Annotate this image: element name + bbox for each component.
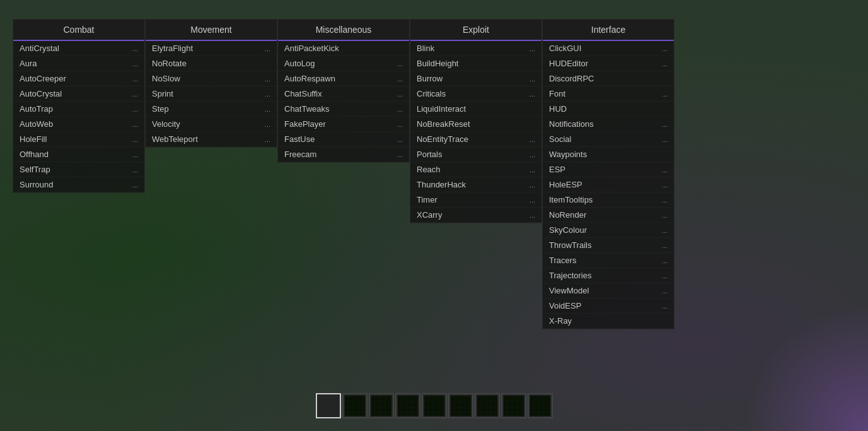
module-dots-button[interactable]: ...: [662, 211, 668, 219]
module-row-antipacketkick[interactable]: AntiPacketKick: [278, 41, 409, 56]
category-header-miscellaneous[interactable]: Miscellaneous: [278, 20, 409, 41]
module-dots-button[interactable]: ...: [529, 211, 535, 219]
module-dots-button[interactable]: ...: [265, 121, 270, 128]
hotbar-slot-1[interactable]: [342, 393, 367, 418]
module-row-autocreeper[interactable]: AutoCreeper...: [13, 71, 144, 86]
module-dots-button[interactable]: ...: [662, 181, 668, 189]
module-dots-button[interactable]: ...: [132, 181, 138, 189]
module-dots-button[interactable]: ...: [132, 90, 138, 98]
module-row-voidesp[interactable]: VoidESP...: [543, 298, 674, 314]
module-dots-button[interactable]: ...: [265, 105, 270, 113]
module-row-elytraflight[interactable]: ElytraFlight...: [146, 41, 277, 56]
module-row-freecam[interactable]: Freecam...: [278, 147, 409, 162]
module-row-waypoints[interactable]: Waypoints: [543, 147, 674, 162]
module-row-offhand[interactable]: Offhand...: [13, 147, 144, 162]
module-row-surround[interactable]: Surround...: [13, 177, 144, 192]
module-row-reach[interactable]: Reach...: [410, 162, 541, 177]
module-row-throwtrails[interactable]: ThrowTrails...: [543, 238, 674, 253]
module-row-webteleport[interactable]: WebTeleport...: [146, 132, 277, 147]
module-row-itemtooltips[interactable]: ItemTooltips...: [543, 192, 674, 208]
module-dots-button[interactable]: ...: [529, 90, 535, 98]
module-dots-button[interactable]: ...: [662, 166, 668, 174]
module-row-chatsuffix[interactable]: ChatSuffix...: [278, 86, 409, 102]
module-row-viewmodel[interactable]: ViewModel...: [543, 283, 674, 298]
module-dots-button[interactable]: ...: [529, 45, 535, 52]
module-dots-button[interactable]: ...: [132, 60, 138, 68]
module-row-hud[interactable]: HUD: [543, 102, 674, 117]
module-row-hudeditor[interactable]: HUDEditor...: [543, 56, 674, 71]
module-row-chattweaks[interactable]: ChatTweaks...: [278, 102, 409, 117]
module-row-autorespawn[interactable]: AutoRespawn...: [278, 71, 409, 86]
module-dots-button[interactable]: ...: [132, 105, 138, 113]
module-dots-button[interactable]: ...: [662, 242, 668, 249]
module-dots-button[interactable]: ...: [662, 60, 668, 68]
module-dots-button[interactable]: ...: [529, 136, 535, 143]
module-dots-button[interactable]: ...: [397, 75, 403, 83]
module-row-notifications[interactable]: Notifications...: [543, 117, 674, 132]
module-row-liquidinteract[interactable]: LiquidInteract: [410, 102, 541, 117]
module-dots-button[interactable]: ...: [397, 105, 403, 113]
module-row-buildheight[interactable]: BuildHeight: [410, 56, 541, 71]
hotbar-slot-3[interactable]: [395, 393, 420, 418]
module-row-holeesp[interactable]: HoleESP...: [543, 177, 674, 192]
module-row-noslow[interactable]: NoSlow...: [146, 71, 277, 86]
module-dots-button[interactable]: ...: [265, 75, 270, 83]
module-row-font[interactable]: Font...: [543, 86, 674, 102]
module-row-anticrystal[interactable]: AntiCrystal...: [13, 41, 144, 56]
category-header-combat[interactable]: Combat: [13, 20, 144, 41]
module-dots-button[interactable]: ...: [662, 90, 668, 98]
module-dots-button[interactable]: ...: [662, 287, 668, 295]
hotbar-slot-6[interactable]: [475, 393, 500, 418]
module-dots-button[interactable]: ...: [529, 166, 535, 174]
module-dots-button[interactable]: ...: [662, 196, 668, 204]
module-row-esp[interactable]: ESP...: [543, 162, 674, 177]
module-row-fakeplayer[interactable]: FakePlayer...: [278, 117, 409, 132]
module-row-aura[interactable]: Aura...: [13, 56, 144, 71]
module-dots-button[interactable]: ...: [529, 151, 535, 158]
module-row-discordrpc[interactable]: DiscordRPC: [543, 71, 674, 86]
module-dots-button[interactable]: ...: [662, 121, 668, 128]
module-row-x-ray[interactable]: X-Ray: [543, 314, 674, 329]
module-dots-button[interactable]: ...: [265, 90, 270, 98]
module-row-holefill[interactable]: HoleFill...: [13, 132, 144, 147]
module-dots-button[interactable]: ...: [132, 166, 138, 174]
module-row-norotate[interactable]: NoRotate: [146, 56, 277, 71]
hotbar-slot-4[interactable]: [422, 393, 447, 418]
module-dots-button[interactable]: ...: [132, 151, 138, 158]
hotbar-slot-5[interactable]: [448, 393, 473, 418]
module-row-social[interactable]: Social...: [543, 132, 674, 147]
module-row-skycolour[interactable]: SkyColour...: [543, 223, 674, 238]
module-dots-button[interactable]: ...: [397, 136, 403, 143]
module-dots-button[interactable]: ...: [529, 196, 535, 204]
module-dots-button[interactable]: ...: [662, 227, 668, 234]
module-dots-button[interactable]: ...: [132, 75, 138, 83]
category-header-interface[interactable]: Interface: [543, 20, 674, 41]
module-row-portals[interactable]: Portals...: [410, 147, 541, 162]
category-header-movement[interactable]: Movement: [146, 20, 277, 41]
module-dots-button[interactable]: ...: [662, 302, 668, 310]
module-row-tracers[interactable]: Tracers...: [543, 253, 674, 268]
module-row-fastuse[interactable]: FastUse...: [278, 132, 409, 147]
module-row-noentitytrace[interactable]: NoEntityTrace...: [410, 132, 541, 147]
category-header-exploit[interactable]: Exploit: [410, 20, 541, 41]
module-row-velocity[interactable]: Velocity...: [146, 117, 277, 132]
module-row-norender[interactable]: NoRender...: [543, 208, 674, 223]
module-dots-button[interactable]: ...: [397, 90, 403, 98]
module-row-autocrystal[interactable]: AutoCrystal...: [13, 86, 144, 102]
module-row-thunderhack[interactable]: ThunderHack...: [410, 177, 541, 192]
module-dots-button[interactable]: ...: [662, 257, 668, 264]
hotbar-slot-8[interactable]: [528, 393, 553, 418]
module-row-burrow[interactable]: Burrow...: [410, 71, 541, 86]
module-row-xcarry[interactable]: XCarry...: [410, 208, 541, 223]
module-dots-button[interactable]: ...: [132, 121, 138, 128]
module-dots-button[interactable]: ...: [397, 151, 403, 158]
module-dots-button[interactable]: ...: [529, 181, 535, 189]
module-row-step[interactable]: Step...: [146, 102, 277, 117]
module-row-blink[interactable]: Blink...: [410, 41, 541, 56]
hotbar-slot-2[interactable]: [369, 393, 394, 418]
module-row-criticals[interactable]: Criticals...: [410, 86, 541, 102]
module-row-timer[interactable]: Timer...: [410, 192, 541, 208]
module-dots-button[interactable]: ...: [132, 45, 138, 52]
module-dots-button[interactable]: ...: [662, 45, 668, 52]
module-dots-button[interactable]: ...: [265, 136, 270, 143]
